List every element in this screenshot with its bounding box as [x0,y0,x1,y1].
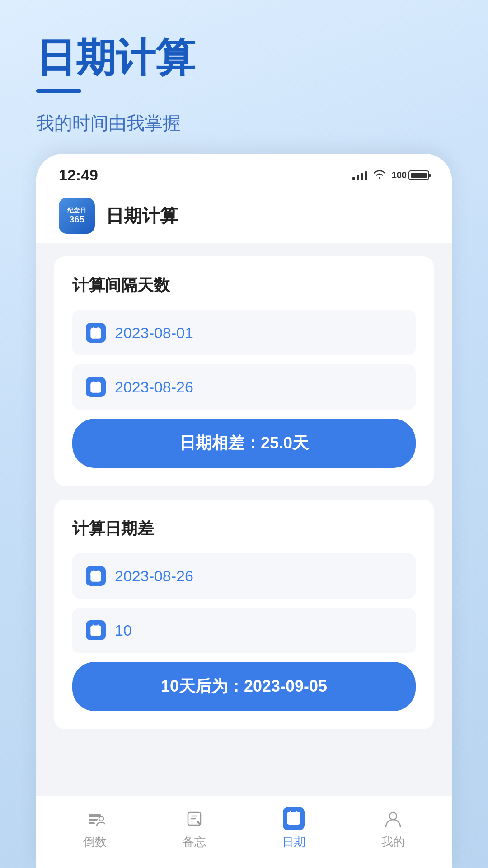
svg-point-7 [99,816,103,821]
section1-card: 计算间隔天数 2023-08-01 [54,256,434,486]
status-icons: 100 [352,168,429,182]
battery-text: 100 [392,170,407,180]
section1-date2-row[interactable]: 2023-08-26 [72,364,416,410]
memo-icon [183,807,206,830]
section2-result: 10天后为：2023-09-05 [72,662,416,711]
section2-days-row[interactable]: 10 [72,608,416,653]
main-content: 计算间隔天数 2023-08-01 [36,243,452,853]
nav-label-mine: 我的 [381,834,405,850]
section1-result: 日期相差：25.0天 [72,419,416,468]
section2-title: 计算日期差 [72,518,416,540]
calendar-icon-1 [86,323,106,343]
section1-date1-row[interactable]: 2023-08-01 [72,310,416,355]
countdown-icon [83,807,107,830]
bottom-nav: 倒数 备忘 [36,796,452,868]
svg-rect-6 [89,822,95,824]
nav-item-countdown[interactable]: 倒数 [45,807,145,850]
section2-date1-row[interactable]: 2023-08-26 [72,553,416,599]
battery-icon [408,170,429,180]
signal-icon [352,170,367,180]
calendar-icon-2 [86,377,106,397]
section1-date2-value: 2023-08-26 [115,378,193,396]
app-header: 纪念日 365 日期计算 [36,189,452,243]
section2-days-value: 10 [115,622,132,639]
phone-mockup: 12:49 100 [36,154,452,868]
calendar-icon-3 [86,566,106,586]
nav-item-mine[interactable]: 我的 [343,807,443,850]
nav-item-date[interactable]: 日期 [244,807,343,850]
wifi-icon [373,168,386,182]
app-header-title: 日期计算 [106,203,178,228]
calendar-icon-4 [86,620,106,640]
section2-date1-value: 2023-08-26 [115,567,193,585]
mine-icon [381,807,405,830]
title-underline [36,89,81,93]
svg-rect-5 [89,819,98,821]
section1-title: 计算间隔天数 [72,274,416,297]
app-icon: 纪念日 365 [59,198,95,234]
svg-rect-4 [89,814,101,817]
nav-label-countdown: 倒数 [83,834,107,850]
section1-date1-value: 2023-08-01 [115,324,193,342]
svg-point-9 [389,812,397,820]
section2-card: 计算日期差 2023-08-26 [54,500,434,729]
status-time: 12:49 [59,166,98,184]
nav-label-date: 日期 [282,834,305,850]
status-bar: 12:49 100 [36,154,452,189]
battery-container: 100 [392,170,429,180]
page-title: 日期计算 [36,36,452,80]
nav-label-memo: 备忘 [183,834,206,850]
date-icon [282,807,305,830]
page-subtitle: 我的时间由我掌握 [36,111,452,136]
nav-item-memo[interactable]: 备忘 [145,807,244,850]
page-header: 日期计算 我的时间由我掌握 [0,0,488,154]
